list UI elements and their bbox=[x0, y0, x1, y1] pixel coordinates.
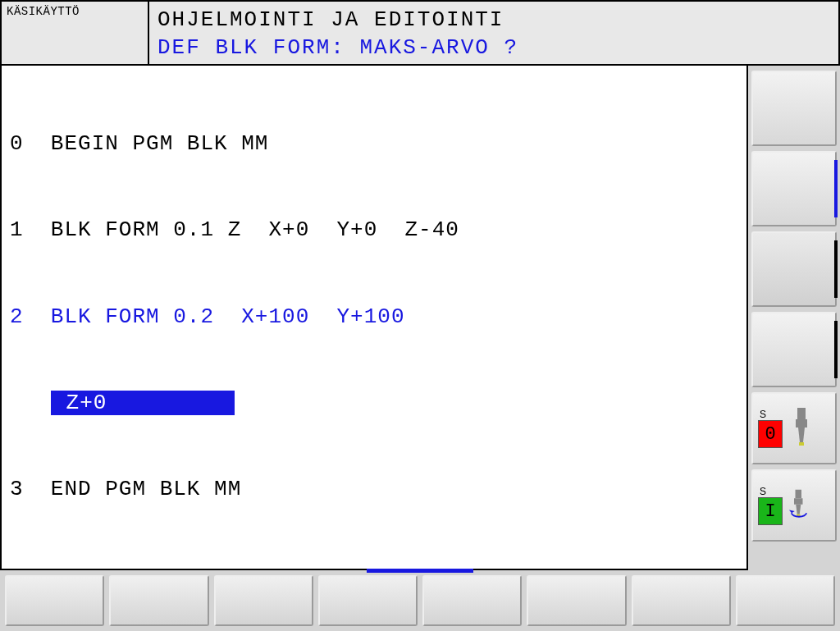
accent-bar-icon bbox=[834, 321, 838, 378]
spindle-start-badge: I bbox=[758, 497, 783, 525]
input-highlight[interactable]: Z+0 bbox=[51, 391, 122, 415]
tool-rotate-icon bbox=[789, 483, 814, 528]
svg-rect-9 bbox=[794, 498, 803, 505]
program-editor[interactable]: 0 BEGIN PGM BLK MM 1 BLK FORM 0.1 Z X+0 … bbox=[0, 66, 748, 570]
accent-bar-icon bbox=[834, 240, 838, 298]
title-line-1: OHJELMOINTI JA EDITOINTI bbox=[158, 7, 830, 34]
side-softkey-panel: S 0 S I bbox=[748, 66, 840, 570]
input-cursor[interactable] bbox=[122, 391, 235, 415]
title-line-2: DEF BLK FORM: MAKS-ARVO ? bbox=[158, 34, 830, 62]
bottom-softkey-8[interactable] bbox=[736, 575, 835, 626]
spindle-stop-badge: 0 bbox=[758, 420, 783, 448]
bottom-softkey-3[interactable] bbox=[214, 575, 313, 626]
svg-rect-7 bbox=[799, 442, 804, 446]
svg-rect-5 bbox=[797, 408, 806, 419]
s-label: S bbox=[760, 486, 766, 497]
bottom-softkey-1[interactable] bbox=[5, 575, 104, 626]
tool-icon bbox=[789, 406, 814, 451]
mode-label: KÄSIKÄYTTÖ bbox=[2, 2, 149, 64]
bottom-softkey-4[interactable] bbox=[318, 575, 418, 626]
softkey-ramp-left[interactable] bbox=[751, 71, 837, 146]
program-line: 1 BLK FORM 0.1 Z X+0 Y+0 Z-40 bbox=[10, 216, 738, 245]
program-line-active: 2 BLK FORM 0.2 X+100 Y+100 bbox=[10, 303, 738, 332]
program-line-input[interactable]: Z+0 bbox=[10, 389, 738, 418]
bottom-softkey-7[interactable] bbox=[632, 575, 731, 626]
program-line: 0 BEGIN PGM BLK MM bbox=[10, 130, 738, 158]
softkey-coolant[interactable] bbox=[751, 312, 837, 387]
bottom-softkey-row bbox=[0, 570, 840, 631]
title-box: OHJELMOINTI JA EDITOINTI DEF BLK FORM: M… bbox=[149, 2, 838, 64]
softkey-spindle-start[interactable]: S I bbox=[751, 469, 837, 542]
header-bar: KÄSIKÄYTTÖ OHJELMOINTI JA EDITOINTI DEF … bbox=[0, 0, 840, 66]
bottom-softkey-5[interactable] bbox=[422, 575, 522, 626]
svg-rect-6 bbox=[796, 419, 807, 428]
softkey-blank[interactable] bbox=[751, 231, 837, 307]
softkey-spindle-stop[interactable]: S 0 bbox=[751, 392, 837, 464]
bottom-softkey-6[interactable] bbox=[527, 575, 626, 626]
softkey-ramp-right[interactable] bbox=[751, 151, 837, 226]
accent-bar-icon bbox=[834, 160, 838, 217]
bottom-softkey-2[interactable] bbox=[109, 575, 208, 626]
program-line: 3 END PGM BLK MM bbox=[10, 475, 738, 504]
svg-rect-8 bbox=[796, 489, 802, 498]
s-label: S bbox=[760, 409, 766, 420]
bottom-accent-bar bbox=[367, 569, 473, 573]
